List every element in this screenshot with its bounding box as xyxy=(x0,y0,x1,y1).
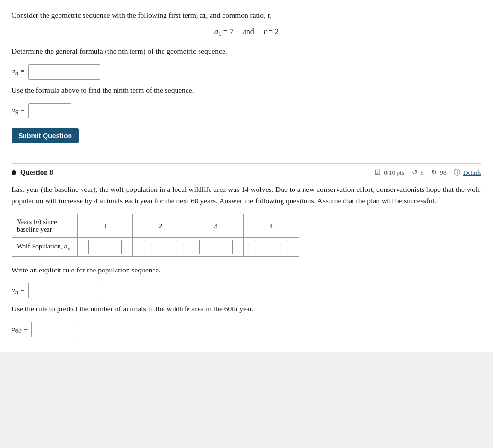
q8-a60-row: a60 = xyxy=(12,322,481,337)
wolf-table: Years (n) sincebaseline year 1 2 3 4 Wol… xyxy=(12,214,299,257)
table-cell-3 xyxy=(188,238,244,257)
table-col-2: 2 xyxy=(133,214,188,238)
q8-a60-input[interactable] xyxy=(31,322,74,337)
table-input-4[interactable] xyxy=(255,240,288,254)
question-7-block: Consider the geometric sequence with the… xyxy=(0,0,493,155)
table-col-4: 4 xyxy=(244,214,299,238)
info-icon: ⓘ xyxy=(454,168,460,177)
q8-retry: 5 xyxy=(421,169,424,177)
question-8-body: Question 8 ☑ 0/10 pts ↺ 5 ↻ 98 ⓘ Details… xyxy=(0,155,493,352)
table-row-label-wolf: Wolf Population, an xyxy=(12,238,78,257)
table-input-3[interactable] xyxy=(199,240,233,254)
q7-a9-row: a9 = xyxy=(12,103,481,118)
table-input-2[interactable] xyxy=(144,240,177,254)
q8-an-row: an = xyxy=(12,283,481,298)
q8-a60-label: a60 = xyxy=(12,324,28,335)
q8-refresh: 98 xyxy=(440,169,446,177)
q8-intro: Last year (the baseline year), the wolf … xyxy=(12,184,481,208)
q7-an-row: an = xyxy=(12,64,481,80)
check-icon: ☑ xyxy=(375,168,381,177)
table-data-row: Wolf Population, an xyxy=(12,238,299,257)
q7-part2-text: Use the formula above to find the ninth … xyxy=(12,84,481,96)
q7-a9-input[interactable] xyxy=(28,103,71,118)
q7-r-value: r = 2 xyxy=(264,27,279,35)
q8-header: Question 8 ☑ 0/10 pts ↺ 5 ↻ 98 ⓘ Details xyxy=(12,163,481,184)
page-container: Consider the geometric sequence with the… xyxy=(0,0,493,352)
q7-an-label: an = xyxy=(12,67,25,77)
retry-icon: ↺ xyxy=(412,168,418,177)
refresh-icon: ↻ xyxy=(431,168,437,177)
q7-intro: Consider the geometric sequence with the… xyxy=(12,10,481,22)
q7-an-input[interactable] xyxy=(28,64,100,80)
q7-math-line: a1 = 7 and r = 2 xyxy=(12,27,481,38)
table-cell-2 xyxy=(133,238,188,257)
q7-a1-value: a1 = 7 xyxy=(214,27,234,35)
q8-predict-text: Use the rule to predict the number of an… xyxy=(12,303,481,315)
q8-pts: 0/10 pts xyxy=(384,169,404,177)
q7-and-text: and xyxy=(243,27,254,35)
q8-meta: ☑ 0/10 pts ↺ 5 ↻ 98 ⓘ Details xyxy=(375,168,481,177)
table-header-row: Years (n) sincebaseline year 1 2 3 4 xyxy=(12,214,299,238)
q7-a9-label: a9 = xyxy=(12,106,25,116)
q7-part1-text: Determine the general formula (the nth t… xyxy=(12,46,481,58)
q8-an-input[interactable] xyxy=(28,283,100,298)
table-row-label-years: Years (n) sincebaseline year xyxy=(12,214,78,238)
submit-question-button[interactable]: Submit Question xyxy=(12,128,79,143)
q8-an-label: an = xyxy=(12,285,25,296)
table-cell-1 xyxy=(77,238,133,257)
details-link[interactable]: Details xyxy=(463,169,481,177)
q8-label-row: Question 8 xyxy=(12,168,53,177)
table-input-1[interactable] xyxy=(88,240,122,254)
table-cell-4 xyxy=(244,238,299,257)
bullet-icon xyxy=(12,170,16,175)
table-col-3: 3 xyxy=(188,214,244,238)
table-col-1: 1 xyxy=(77,214,133,238)
q8-label: Question 8 xyxy=(20,168,53,177)
q8-explicit-rule-text: Write an explicit rule for the populatio… xyxy=(12,264,481,276)
